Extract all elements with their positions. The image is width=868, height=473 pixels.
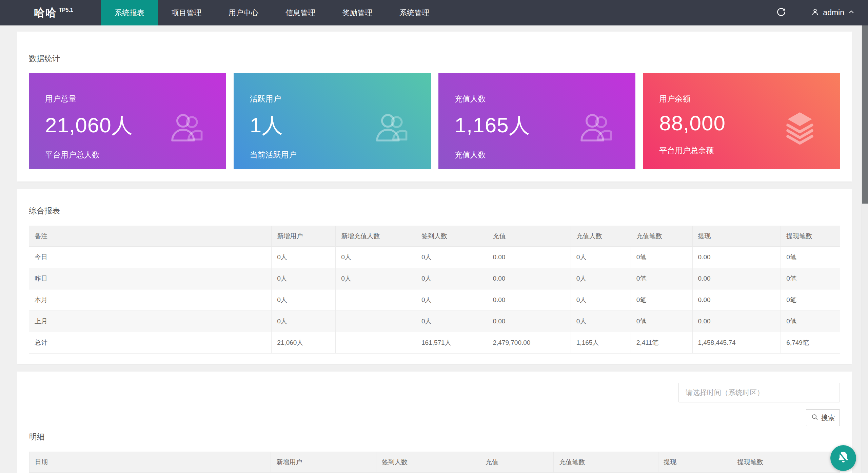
report-table: 备注新增用户新增充值人数签到人数充值充值人数充值笔数提现提现笔数 今日0人0人0… (29, 226, 840, 354)
stat-card-title: 活跃用户 (250, 94, 415, 104)
stats-section-title: 数据统计 (29, 53, 840, 64)
layers-icon (781, 108, 819, 147)
table-cell: 0人 (272, 247, 336, 268)
search-button-label: 搜索 (821, 413, 835, 422)
table-cell: 2,479,700.00 (487, 332, 571, 354)
top-nav: 哈哈 TP5.1 系统报表项目管理用户中心信息管理奖励管理系统管理 admin (0, 0, 868, 25)
nav-tab[interactable]: 用户中心 (215, 0, 272, 25)
table-cell: 161,571人 (416, 332, 487, 354)
stat-card-subtitle: 平台用户总人数 (45, 150, 210, 160)
table-cell: 0笔 (631, 247, 692, 268)
table-cell (336, 289, 416, 311)
nav-tab[interactable]: 信息管理 (272, 0, 329, 25)
filter-row (29, 383, 840, 402)
table-row: 本月0人0人0.000人0笔0.000笔 (29, 289, 840, 311)
column-header: 提现笔数 (732, 452, 840, 473)
table-cell: 0.00 (487, 247, 571, 268)
column-header: 新增用户 (271, 452, 376, 473)
table-cell: 0.00 (487, 268, 571, 289)
table-cell: 0.00 (692, 289, 781, 311)
table-row: 上月0人0人0.000人0笔0.000笔 (29, 311, 840, 332)
report-section-title: 综合报表 (29, 206, 840, 216)
nav-tab[interactable]: 系统报表 (101, 0, 158, 25)
stat-card-subtitle: 当前活跃用户 (250, 150, 415, 160)
nav-tab[interactable]: 奖励管理 (329, 0, 386, 25)
table-cell: 0人 (272, 289, 336, 311)
app-logo[interactable]: 哈哈 TP5.1 (0, 0, 101, 25)
table-cell: 0.00 (692, 268, 781, 289)
column-header: 充值 (487, 226, 571, 247)
column-header: 充值笔数 (554, 452, 658, 473)
table-row: 总计21,060人161,571人2,479,700.001,165人2,411… (29, 332, 840, 354)
table-cell: 0.00 (487, 289, 571, 311)
table-cell: 0人 (336, 247, 416, 268)
app-logo-text: 哈哈 (34, 5, 57, 20)
stat-card-title: 用户总量 (45, 94, 210, 104)
nav-tab[interactable]: 系统管理 (386, 0, 443, 25)
table-cell: 0人 (571, 289, 631, 311)
table-cell: 0人 (336, 268, 416, 289)
date-range-input[interactable] (678, 383, 840, 402)
search-row: 搜索 (29, 409, 840, 426)
stat-cards: 用户总量21,060人平台用户总人数 活跃用户1人当前活跃用户 充值人数1,16… (29, 73, 840, 169)
table-cell: 今日 (29, 247, 272, 268)
user-name: admin (823, 8, 844, 17)
column-header: 提现笔数 (781, 226, 840, 247)
table-cell: 0人 (272, 268, 336, 289)
table-cell: 21,060人 (272, 332, 336, 354)
table-cell: 1,458,445.74 (692, 332, 781, 354)
table-row: 今日0人0人0人0.000人0笔0.000笔 (29, 247, 840, 268)
table-cell: 0人 (416, 268, 487, 289)
nav-tab[interactable]: 项目管理 (158, 0, 215, 25)
table-cell: 0笔 (781, 311, 840, 332)
detail-panel: 搜索 明细 日期新增用户签到人数充值充值笔数提现提现笔数 2025-04-010… (17, 372, 852, 473)
table-cell (336, 332, 416, 354)
column-header: 日期 (29, 452, 271, 473)
stat-card-title: 充值人数 (455, 94, 619, 104)
table-cell: 0人 (416, 289, 487, 311)
table-cell: 0笔 (631, 311, 692, 332)
table-cell: 0笔 (781, 289, 840, 311)
bell-off-icon (836, 450, 850, 466)
table-cell: 0.00 (487, 311, 571, 332)
table-cell: 1,165人 (571, 332, 631, 354)
search-button[interactable]: 搜索 (806, 409, 840, 426)
table-cell: 0.00 (692, 311, 781, 332)
users-icon (166, 108, 205, 147)
scrollbar-thumb[interactable] (862, 25, 868, 204)
column-header: 备注 (29, 226, 272, 247)
nav-right: admin (766, 0, 868, 25)
column-header: 充值笔数 (631, 226, 692, 247)
users-icon (371, 108, 410, 147)
scrollbar-track[interactable] (862, 25, 868, 473)
column-header: 新增充值人数 (336, 226, 416, 247)
detail-section-title: 明细 (29, 432, 840, 442)
table-cell: 0人 (571, 247, 631, 268)
column-header: 签到人数 (376, 452, 480, 473)
stat-card: 用户总量21,060人平台用户总人数 (29, 73, 226, 169)
column-header: 提现 (658, 452, 732, 473)
refresh-icon (776, 7, 786, 19)
column-header: 充值人数 (571, 226, 631, 247)
column-header: 新增用户 (272, 226, 336, 247)
table-cell: 0笔 (781, 247, 840, 268)
refresh-button[interactable] (766, 0, 796, 25)
table-cell: 0人 (272, 311, 336, 332)
table-cell: 2,411笔 (631, 332, 692, 354)
search-icon (811, 413, 818, 422)
table-row: 昨日0人0人0人0.000人0笔0.000笔 (29, 268, 840, 289)
stat-card: 用户余额88,000平台用户总余额 (643, 73, 840, 169)
column-header: 提现 (692, 226, 781, 247)
column-header: 充值 (480, 452, 553, 473)
stats-panel: 数据统计 用户总量21,060人平台用户总人数 活跃用户1人当前活跃用户 充值人… (17, 32, 852, 182)
table-cell: 0笔 (781, 268, 840, 289)
nav-tabs: 系统报表项目管理用户中心信息管理奖励管理系统管理 (101, 0, 443, 25)
column-header: 签到人数 (416, 226, 487, 247)
user-menu[interactable]: admin (796, 0, 855, 25)
table-cell: 本月 (29, 289, 272, 311)
notification-fab[interactable] (830, 445, 856, 471)
table-cell: 0.00 (692, 247, 781, 268)
chevron-up-icon (848, 8, 855, 18)
table-cell: 0人 (571, 268, 631, 289)
stat-card-title: 用户余额 (659, 94, 824, 104)
